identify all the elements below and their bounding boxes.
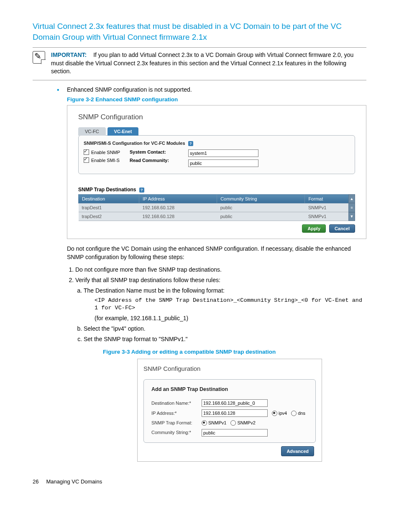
important-label: IMPORTANT: (51, 51, 87, 58)
advanced-button[interactable]: Advanced (281, 446, 314, 457)
snmp-config-title-2: SNMP Configuration (143, 364, 316, 374)
table-row[interactable]: trapDest2 192.168.60.128 public SNMPv1 (79, 212, 355, 221)
figure-3-3-screenshot: SNMP Configuration Add an SNMP Trap Dest… (137, 359, 322, 462)
snmp-smis-panel: SNMP/SMI-S Configuration for VC-FC Modul… (78, 135, 355, 174)
snmpv2-radio[interactable] (230, 420, 236, 426)
scroll-down-icon[interactable]: ▼ (348, 212, 355, 221)
cell-format: SNMPv1 (305, 203, 355, 212)
read-community-label: Read Community: (130, 158, 188, 163)
col-format[interactable]: Format (305, 195, 355, 203)
paragraph: Do not configure the VC Domain using the… (67, 245, 366, 261)
tab-vc-enet[interactable]: VC-Enet (107, 127, 139, 136)
system-contact-label: System Contact: (130, 149, 188, 154)
snmpv2-label: SNMPv2 (237, 419, 255, 427)
enable-snmp-checkbox[interactable]: Enable SNMP (84, 149, 130, 155)
step-2a: The Destination Name must be in the foll… (84, 286, 366, 322)
page-footer: 26 Managing VC Domains (33, 478, 366, 485)
figure-3-3-caption: Figure 3-3 Adding or editing a compatibl… (103, 348, 366, 356)
enable-smis-checkbox[interactable]: Enable SMI-S (84, 157, 130, 163)
ipv4-radio[interactable] (272, 411, 277, 416)
important-text: If you plan to add Virtual Connect 2.3x … (51, 51, 353, 75)
step-2a-text: The Destination Name must be in the foll… (84, 287, 225, 294)
destination-name-label: Destination Name:* (151, 400, 202, 407)
community-string-label: Community String:* (151, 429, 202, 436)
community-string-input[interactable] (202, 429, 268, 437)
figure-3-2-caption: Figure 3-2 Enhanced SNMP configuration (67, 96, 366, 103)
example-text: (for example, 192.168.1.1_public_1) (95, 314, 366, 323)
enable-smis-label: Enable SMI-S (91, 158, 120, 163)
step-2: Verify that all SNMP trap destinations f… (75, 276, 366, 462)
add-trap-panel: Add an SNMP Trap Destination Destination… (143, 379, 316, 442)
scrollbar[interactable]: ▲ ≡ ▼ (348, 194, 355, 221)
col-destination[interactable]: Destination (79, 195, 139, 203)
help-icon[interactable]: ? (139, 188, 144, 193)
snmpv1-label: SNMPv1 (208, 419, 226, 427)
ipv4-label: ipv4 (279, 410, 287, 417)
bullet-item: Enhanced SNMP configuration is not suppo… (67, 86, 366, 93)
add-trap-title: Add an SNMP Trap Destination (151, 386, 308, 393)
cell-community: public (217, 203, 305, 212)
dns-radio[interactable] (291, 411, 297, 416)
trap-destinations-table: Destination IP Address Community String … (78, 194, 355, 221)
checkbox-icon (84, 157, 89, 163)
scroll-mid-icon[interactable]: ≡ (348, 203, 355, 212)
cancel-button[interactable]: Cancel (329, 224, 355, 233)
cell-ip: 192.168.60.128 (139, 212, 217, 221)
help-icon[interactable]: ? (188, 141, 193, 146)
step-2b: Select the "ipv4" option. (84, 324, 366, 333)
trap-destinations-title: SNMP Trap Destinations (78, 187, 136, 193)
trap-format-label: SNMP Trap Format: (151, 419, 202, 427)
checkbox-icon (84, 149, 89, 155)
cell-ip: 192.168.60.128 (139, 203, 217, 212)
cell-destination: trapDest2 (79, 212, 139, 221)
note-icon (33, 51, 45, 64)
section-name: Managing VC Domains (46, 478, 102, 485)
section-heading: Virtual Connect 2.3x features that must … (33, 21, 366, 42)
enable-snmp-label: Enable SNMP (91, 150, 120, 155)
snmpv1-radio[interactable] (202, 420, 207, 426)
figure-3-2-screenshot: SNMP Configuration VC-FC VC-Enet SNMP/SM… (67, 105, 366, 239)
tab-vc-fc[interactable]: VC-FC (78, 127, 106, 136)
col-community[interactable]: Community String (217, 195, 305, 203)
read-community-input[interactable] (188, 159, 258, 167)
scroll-up-icon[interactable]: ▲ (348, 194, 355, 203)
dns-label: dns (298, 410, 305, 417)
cell-destination: trapDest1 (79, 203, 139, 212)
cell-format: SNMPv1 (305, 212, 355, 221)
important-note: IMPORTANT: If you plan to add Virtual Co… (33, 47, 366, 80)
page-number: 26 (33, 478, 38, 485)
step-1: Do not configure more than five SNMP tra… (75, 265, 366, 274)
ip-address-label: IP Address:* (151, 410, 202, 417)
panel-title: SNMP/SMI-S Configuration for VC-FC Modul… (84, 141, 185, 146)
system-contact-input[interactable] (188, 149, 258, 157)
table-row[interactable]: trapDest1 192.168.60.128 public SNMPv1 (79, 203, 355, 212)
step-2c: Set the SNMP trap format to "SNMPv1." (84, 335, 366, 344)
destination-name-input[interactable] (202, 399, 268, 407)
code-format: <IP Address of the SNMP Trap Destination… (95, 297, 366, 312)
snmp-config-title: SNMP Configuration (78, 113, 355, 121)
col-ip[interactable]: IP Address (139, 195, 217, 203)
step-2-text: Verify that all SNMP trap destinations f… (75, 277, 220, 283)
ip-address-input[interactable] (202, 409, 268, 417)
apply-button[interactable]: Apply (302, 224, 326, 233)
cell-community: public (217, 212, 305, 221)
